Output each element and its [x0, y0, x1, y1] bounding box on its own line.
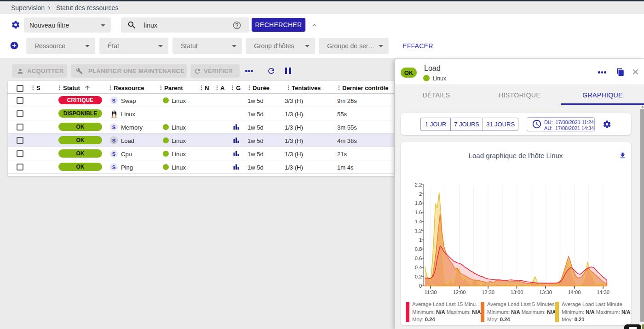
svg-text:2: 2 — [419, 191, 422, 197]
svg-text:1.8: 1.8 — [415, 200, 422, 206]
svg-text:14:30: 14:30 — [597, 289, 610, 295]
svg-text:2.2: 2.2 — [415, 182, 422, 187]
svg-text:0.4: 0.4 — [415, 265, 422, 270]
svg-text:0.6: 0.6 — [415, 255, 422, 261]
svg-text:0.2: 0.2 — [415, 274, 422, 279]
svg-text:11:30: 11:30 — [425, 289, 437, 295]
svg-text:14:00: 14:00 — [568, 289, 581, 295]
svg-text:13:00: 13:00 — [511, 289, 523, 295]
svg-text:0.8: 0.8 — [415, 246, 422, 252]
svg-text:1.2: 1.2 — [415, 228, 422, 233]
svg-text:1.6: 1.6 — [415, 210, 422, 215]
svg-text:1.4: 1.4 — [415, 219, 422, 224]
svg-text:13:30: 13:30 — [539, 289, 552, 295]
svg-text:12:30: 12:30 — [482, 289, 494, 295]
svg-text:1: 1 — [419, 237, 422, 243]
svg-text:0: 0 — [419, 283, 422, 289]
svg-text:12:00: 12:00 — [453, 289, 466, 295]
